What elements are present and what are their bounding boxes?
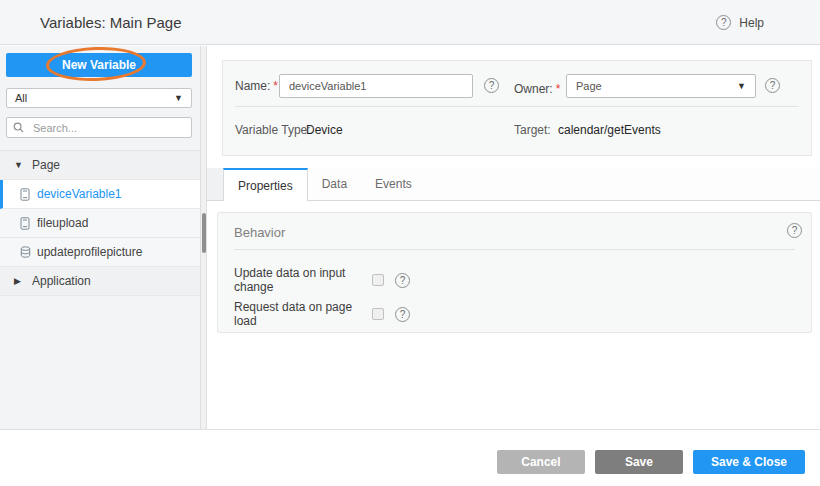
required-asterisk: * [556, 82, 561, 96]
tab-label: Events [375, 177, 412, 191]
tabstrip-lead [207, 168, 223, 200]
tab-label: Data [322, 177, 347, 191]
variable-name-input[interactable] [279, 74, 473, 98]
cancel-button[interactable]: Cancel [497, 450, 585, 474]
variable-type-label: Variable Type: [235, 123, 311, 137]
collapse-arrow-icon: ▶ [14, 276, 32, 286]
owner-label-wrap: Owner:* [514, 79, 560, 97]
tree-group-label: Application [32, 274, 91, 288]
tree-item-fileupload[interactable]: fileupload [0, 209, 200, 238]
dialog-footer: Cancel Save Save & Close [0, 429, 820, 486]
behavior-help-icon[interactable]: ? [787, 223, 802, 238]
chevron-down-icon: ▼ [737, 81, 746, 91]
help-icon: ? [716, 15, 731, 30]
name-label: Name: [235, 79, 270, 93]
behavior-divider [234, 249, 795, 250]
device-variable-icon [20, 217, 37, 230]
search-icon [13, 122, 28, 133]
chevron-down-icon: ▼ [174, 93, 183, 103]
required-asterisk: * [273, 79, 278, 93]
new-variable-button[interactable]: New Variable [6, 53, 192, 77]
tree-group-application[interactable]: ▶ Application [0, 267, 200, 296]
behavior-section-title: Behavior [234, 225, 285, 240]
owner-value: Page [576, 80, 602, 92]
request-data-checkbox[interactable] [372, 308, 384, 320]
device-variable-icon [20, 188, 37, 201]
type-target-row: Variable Type: Device Target: calendar/g… [235, 123, 799, 141]
request-data-help-icon[interactable]: ? [395, 307, 410, 322]
variable-type-value: Device [306, 123, 343, 137]
owner-label: Owner: [514, 82, 553, 96]
tree-item-devicevariable1[interactable]: deviceVariable1 [0, 180, 200, 209]
tree-item-label: updateprofilepicture [37, 245, 142, 259]
name-help-icon[interactable]: ? [484, 78, 499, 93]
dialog-header: Variables: Main Page ? Help [0, 0, 820, 45]
expand-arrow-icon: ▼ [14, 160, 32, 170]
tab-properties[interactable]: Properties [223, 168, 308, 201]
tree-item-label: fileupload [37, 216, 88, 230]
property-label: Request data on page load [234, 300, 372, 328]
variable-search [6, 117, 192, 138]
variable-filter-value: All [15, 92, 27, 104]
search-input[interactable] [33, 122, 185, 134]
owner-help-icon[interactable]: ? [765, 78, 780, 93]
tree-group-label: Page [32, 158, 60, 172]
tree-item-label: deviceVariable1 [37, 187, 122, 201]
name-owner-row: Name: * ? Owner:* Page ▼ ? [235, 74, 799, 98]
property-row-request-data: Request data on page load ? [234, 306, 795, 322]
tab-label: Properties [238, 179, 293, 193]
detail-tabs: Properties Data Events [207, 168, 820, 201]
behavior-section: Behavior ? Update data on input change ?… [217, 212, 812, 333]
variable-filter-dropdown[interactable]: All ▼ [6, 88, 192, 108]
service-variable-icon [20, 246, 37, 259]
help-label: Help [739, 16, 764, 30]
property-label: Update data on input change [234, 266, 372, 294]
page-title: Variables: Main Page [40, 14, 181, 31]
target-value: calendar/getEvents [558, 123, 661, 137]
help-button[interactable]: ? Help [716, 0, 764, 45]
save-and-close-button[interactable]: Save & Close [693, 450, 805, 474]
variables-tree: ▼ Page deviceVariable1 fileupload update… [0, 150, 200, 296]
target-label: Target: [514, 123, 551, 137]
update-data-checkbox[interactable] [372, 274, 384, 286]
save-button[interactable]: Save [595, 450, 683, 474]
tab-data[interactable]: Data [308, 168, 361, 200]
info-divider [235, 106, 799, 107]
owner-dropdown[interactable]: Page ▼ [566, 74, 756, 98]
variable-detail-panel: Name: * ? Owner:* Page ▼ ? Variable Type… [207, 46, 820, 429]
sidebar-scrollbar-thumb[interactable] [202, 213, 206, 253]
update-data-help-icon[interactable]: ? [395, 273, 410, 288]
property-row-update-data: Update data on input change ? [234, 272, 795, 288]
tab-events[interactable]: Events [361, 168, 426, 200]
tree-group-page[interactable]: ▼ Page [0, 151, 200, 180]
variables-sidebar: New Variable All ▼ ▼ Page deviceVariable… [0, 46, 200, 429]
sidebar-scrollbar-track[interactable] [200, 46, 207, 429]
tree-item-updateprofilepicture[interactable]: updateprofilepicture [0, 238, 200, 267]
variable-info-box: Name: * ? Owner:* Page ▼ ? Variable Type… [222, 60, 812, 156]
